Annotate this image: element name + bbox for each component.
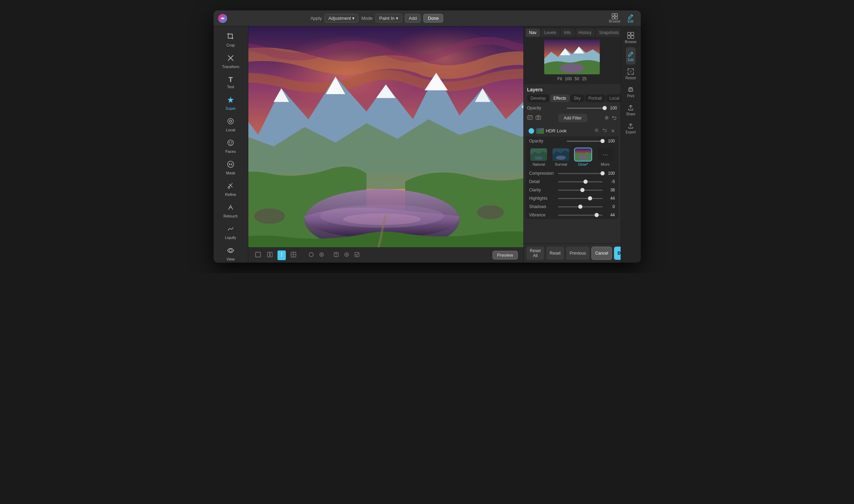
tool-refine[interactable]: Refine xyxy=(217,179,244,199)
view-single-btn[interactable] xyxy=(254,250,262,260)
tool-view-label: View xyxy=(226,257,235,261)
svg-point-22 xyxy=(254,208,285,224)
slider-compression: Compression 100 xyxy=(526,169,619,177)
svg-point-11 xyxy=(229,249,232,252)
cancel-button[interactable]: Cancel xyxy=(591,247,612,260)
filter-undo-btn[interactable] xyxy=(612,115,617,121)
preview-button[interactable]: Preview xyxy=(492,251,517,259)
left-toolbar: Crop Transform T Text xyxy=(214,26,248,263)
done-button-top[interactable]: Done xyxy=(423,14,443,23)
preset-surreal[interactable]: Surreal xyxy=(553,148,569,166)
canvas-wrapper: Preview xyxy=(248,26,523,263)
share-label: Share xyxy=(626,112,636,116)
tool-transform-label: Transform xyxy=(222,65,239,69)
hdr-toggle[interactable] xyxy=(529,128,534,134)
vibrance-slider[interactable] xyxy=(558,215,603,216)
thumbnail-image[interactable] xyxy=(544,40,600,74)
nav-tab-levels[interactable]: Levels xyxy=(541,28,560,37)
nav-tab-nav[interactable]: Nav xyxy=(526,28,540,37)
svg-rect-3 xyxy=(612,17,614,19)
preset-more[interactable]: More xyxy=(597,148,614,166)
layer-tab-develop[interactable]: Develop xyxy=(527,94,549,102)
hdr-opacity-slider[interactable] xyxy=(567,141,603,142)
tool-faces-label: Faces xyxy=(225,149,236,154)
tool-text[interactable]: T Text xyxy=(217,73,244,92)
checkmark-overlay-btn[interactable] xyxy=(353,251,361,260)
add-filter-button[interactable]: Add Filter xyxy=(558,114,587,122)
tool-mask[interactable]: Mask xyxy=(217,158,244,178)
edit-label: Edit xyxy=(628,58,633,62)
view-compare-btn[interactable] xyxy=(266,250,274,260)
svg-rect-25 xyxy=(267,252,270,257)
nav-tab-info[interactable]: Info xyxy=(561,28,574,37)
zoom-fit[interactable]: Fit xyxy=(557,76,562,81)
view-layout-btn[interactable] xyxy=(289,250,298,260)
main-layout: Crop Transform T Text xyxy=(214,26,641,263)
preset-natural[interactable]: Natural xyxy=(530,148,547,166)
undo-circle-btn[interactable] xyxy=(307,251,315,260)
hdr-close-btn[interactable]: ✕ xyxy=(610,127,616,134)
hdr-undo-btn[interactable] xyxy=(602,127,608,134)
target-btn[interactable] xyxy=(318,251,325,260)
print-icon xyxy=(627,86,634,93)
view-split-btn[interactable] xyxy=(277,250,286,260)
hdr-settings-btn[interactable] xyxy=(594,127,600,134)
export-button[interactable]: Export xyxy=(624,119,637,137)
layer-camera-btn[interactable] xyxy=(536,115,541,122)
reset-button[interactable]: Reset xyxy=(546,247,564,260)
edit-button[interactable]: Edit xyxy=(626,47,636,65)
browse-icon-top[interactable]: Browse xyxy=(606,12,623,25)
nav-tab-snapshots[interactable]: Snapshots xyxy=(596,28,622,37)
layers-section: Layers Develop Effects Sky Portrait Loca… xyxy=(524,84,621,104)
paint-in-dropdown[interactable]: Paint In ▾ xyxy=(375,14,402,23)
add-button[interactable]: Add xyxy=(405,14,421,23)
tool-retouch[interactable]: Retouch xyxy=(217,201,244,221)
zoom-100[interactable]: 100 xyxy=(565,76,572,81)
circle-overlay-btn[interactable] xyxy=(343,251,350,260)
layer-tab-portrait[interactable]: Portrait xyxy=(585,94,605,102)
filter-settings-btn[interactable] xyxy=(604,115,609,121)
opacity-slider[interactable] xyxy=(567,108,605,109)
tool-transform[interactable]: Transform xyxy=(217,51,244,72)
compression-slider[interactable] xyxy=(558,173,603,174)
tool-local[interactable]: Local xyxy=(217,115,244,135)
zoom-50[interactable]: 50 xyxy=(574,76,579,81)
tool-super[interactable]: Super xyxy=(217,93,244,113)
tool-liquify[interactable]: Liquify xyxy=(217,222,244,242)
preset-glow[interactable]: Glow* xyxy=(575,148,591,166)
vibrance-label: Vibrance xyxy=(529,213,555,217)
resize-button[interactable]: Resize xyxy=(624,65,638,83)
reset-all-button[interactable]: Reset All xyxy=(527,247,544,260)
apply-label: Apply xyxy=(310,16,322,21)
tool-view[interactable]: View xyxy=(217,244,244,263)
tool-faces[interactable]: Faces xyxy=(217,136,244,156)
shadows-slider[interactable] xyxy=(558,206,603,207)
clarity-slider[interactable] xyxy=(558,190,603,191)
layers-title: Layers xyxy=(527,87,617,92)
layer-tab-sky[interactable]: Sky xyxy=(570,94,584,102)
nav-tabs: Nav Levels Info History Snapshots xyxy=(524,26,621,37)
right-icons-sidebar: Browse Edit Resize xyxy=(621,26,641,263)
share-button[interactable]: Share xyxy=(625,101,637,119)
browse-button[interactable]: Browse xyxy=(623,29,638,47)
previous-button[interactable]: Previous xyxy=(566,247,589,260)
svg-point-29 xyxy=(309,253,313,257)
tool-crop[interactable]: Crop xyxy=(217,30,244,50)
detail-slider[interactable] xyxy=(558,181,603,182)
nav-tab-history[interactable]: History xyxy=(575,28,595,37)
print-button[interactable]: Print xyxy=(626,83,636,101)
slider-vibrance: Vibrance 44 xyxy=(526,211,619,219)
app-window: Apply Adjustment ▾ Mode Paint In ▾ Add D… xyxy=(214,10,641,263)
highlights-slider[interactable] xyxy=(558,198,603,199)
layer-snap-btn[interactable] xyxy=(527,115,533,122)
svg-rect-38 xyxy=(528,116,532,119)
text-overlay-btn[interactable] xyxy=(332,251,340,260)
edit-icon-top[interactable]: Edit xyxy=(625,12,637,25)
canvas-area[interactable] xyxy=(248,26,523,263)
adjustment-dropdown[interactable]: Adjustment ▾ xyxy=(324,14,358,23)
svg-rect-39 xyxy=(536,116,541,119)
zoom-25[interactable]: 25 xyxy=(582,76,587,81)
clarity-label: Clarity xyxy=(529,188,555,192)
shadows-label: Shadows xyxy=(529,204,555,209)
layer-tab-effects[interactable]: Effects xyxy=(550,94,570,102)
